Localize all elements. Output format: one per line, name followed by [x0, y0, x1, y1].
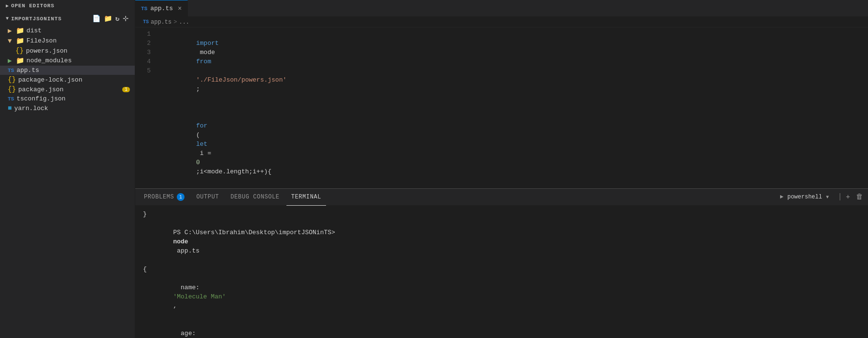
pkg-lock-icon: {}: [8, 76, 16, 84]
keyword-from: from: [196, 58, 211, 65]
tab-close-icon[interactable]: ×: [178, 5, 182, 13]
explorer-chevron: ▼: [6, 16, 9, 21]
keyword-let: let: [196, 141, 207, 148]
sidebar-item-label: dist: [27, 27, 42, 34]
code-line-1: import mode from './FileJson/powers.json…: [158, 29, 868, 103]
tab-problems[interactable]: PROBLEMS 1: [139, 189, 189, 206]
sidebar-item-label: powers.json: [26, 47, 68, 55]
sidebar-item-package-lock-json[interactable]: {} package-lock.json: [0, 75, 135, 84]
folder-icon: ▶ 📁: [8, 27, 24, 35]
terminal-prompt-1: PS C:\Users\Ibrahim\Desktop\importJSONin…: [143, 219, 860, 265]
new-folder-icon[interactable]: 📁: [104, 14, 113, 23]
sidebar-item-label: app.ts: [16, 67, 39, 74]
keyword-for: for: [196, 122, 207, 129]
breadcrumb-file-icon: TS: [143, 19, 149, 25]
tab-debug-label: DEBUG CONSOLE: [230, 194, 279, 200]
tab-app-ts[interactable]: TS app.ts ×: [135, 0, 188, 17]
sidebar-item-label: package-lock.json: [18, 76, 83, 84]
sidebar-item-node-modules[interactable]: ▶ 📁 node_modules: [0, 56, 135, 66]
sidebar-item-label: FileJson: [27, 37, 57, 44]
tab-label: app.ts: [150, 5, 173, 12]
sidebar-item-label: package.json: [18, 86, 64, 93]
sidebar-item-label: node_modules: [27, 57, 72, 64]
panel-tabs: PROBLEMS 1 OUTPUT DEBUG CONSOLE TERMINAL…: [135, 189, 868, 206]
sidebar-item-label: tsconfig.json: [16, 95, 65, 102]
sidebar-item-yarn-lock[interactable]: ■ yarn.lock: [0, 103, 135, 113]
code-line-4: console.log(mode[i]): [158, 185, 868, 186]
sidebar-item-dist[interactable]: ▶ 📁 dist: [0, 26, 135, 36]
string-path: './FileJson/powers.json': [196, 76, 286, 84]
new-file-icon[interactable]: 📄: [92, 14, 101, 23]
panel-tab-actions: ► powershell ▼ ⎹ + 🗑: [780, 192, 864, 202]
breadcrumb-location: ...: [179, 19, 189, 26]
code-area: 1 2 3 4 5 import mode from './FileJson/p…: [135, 28, 868, 188]
code-line-2: [158, 103, 868, 112]
ts-file-icon: TS: [8, 68, 14, 73]
pkg-json-icon: {}: [8, 85, 16, 93]
sidebar-item-powers-json[interactable]: {} powers.json: [0, 46, 135, 56]
folder-open-icon: ▼ 📁: [8, 37, 24, 45]
tab-problems-label: PROBLEMS: [144, 194, 174, 200]
terminal-content[interactable]: } PS C:\Users\Ibrahim\Desktop\importJSON…: [135, 206, 868, 338]
tab-output[interactable]: OUTPUT: [191, 189, 224, 206]
sidebar-item-app-ts[interactable]: TS app.ts: [0, 66, 135, 75]
tab-output-label: OUTPUT: [196, 194, 219, 200]
terminal-line: name: 'Molecule Man' ,: [143, 274, 860, 320]
tab-ts-icon: TS: [141, 6, 147, 12]
code-line-3: for ( let i = 0 ;i<mode.length;i++){: [158, 112, 868, 185]
number-zero: 0: [196, 159, 200, 166]
json-file-icon: {}: [15, 47, 24, 55]
tab-debug-console[interactable]: DEBUG CONSOLE: [226, 189, 284, 206]
terminal-line: age: 29 ,: [143, 320, 860, 338]
panel-area: PROBLEMS 1 OUTPUT DEBUG CONSOLE TERMINAL…: [135, 188, 868, 338]
explorer-header[interactable]: ▼ IMPORTJSONINTS 📄 📁 ↻ ⊹: [0, 12, 135, 26]
line-numbers: 1 2 3 4 5: [135, 29, 158, 186]
package-json-badge: 1: [122, 87, 130, 92]
explorer-label: IMPORTJSONINTS: [11, 16, 62, 22]
sidebar-item-tsconfig-json[interactable]: TS tsconfig.json: [0, 94, 135, 103]
open-editors-chevron: ▶: [6, 3, 9, 9]
tab-bar: TS app.ts ×: [135, 0, 868, 17]
refresh-icon[interactable]: ↻: [115, 14, 120, 23]
breadcrumb-sep: >: [173, 19, 177, 26]
breadcrumb-filename: app.ts: [151, 19, 171, 26]
sidebar-item-filejson[interactable]: ▼ 📁 FileJson: [0, 36, 135, 46]
tab-terminal-label: TERMINAL: [291, 194, 321, 200]
terminal-name: powershell: [787, 194, 822, 200]
sidebar-item-package-json[interactable]: {} package.json 1: [0, 84, 135, 94]
yarn-icon: ■: [8, 104, 12, 112]
folder-icon: ▶ 📁: [8, 56, 24, 65]
sidebar-item-label: yarn.lock: [14, 105, 48, 112]
code-content: 1 2 3 4 5 import mode from './FileJson/p…: [135, 28, 868, 188]
keyword-import: import: [196, 40, 219, 47]
breadcrumb: TS app.ts > ...: [135, 17, 868, 28]
close-terminal-icon[interactable]: 🗑: [855, 192, 864, 202]
main-area: TS app.ts × TS app.ts > ... 1 2 3 4 5 im…: [135, 0, 868, 338]
terminal-dropdown-icon[interactable]: ▼: [826, 195, 829, 200]
problems-badge: 1: [177, 193, 185, 201]
tab-terminal[interactable]: TERMINAL: [286, 189, 326, 206]
open-editors-label: OPEN EDITORS: [11, 3, 55, 9]
tsconfig-icon: TS: [8, 96, 14, 102]
sidebar: ▶ OPEN EDITORS ▼ IMPORTJSONINTS 📄 📁 ↻ ⊹ …: [0, 0, 135, 338]
add-terminal-icon[interactable]: +: [845, 192, 851, 202]
terminal-line: {: [143, 265, 860, 274]
collapse-icon[interactable]: ⊹: [123, 14, 129, 23]
split-terminal-icon[interactable]: ⎹: [833, 192, 841, 202]
open-editors-header[interactable]: ▶ OPEN EDITORS: [0, 0, 135, 12]
terminal-line: }: [143, 210, 860, 219]
code-lines: import mode from './FileJson/powers.json…: [158, 29, 868, 186]
